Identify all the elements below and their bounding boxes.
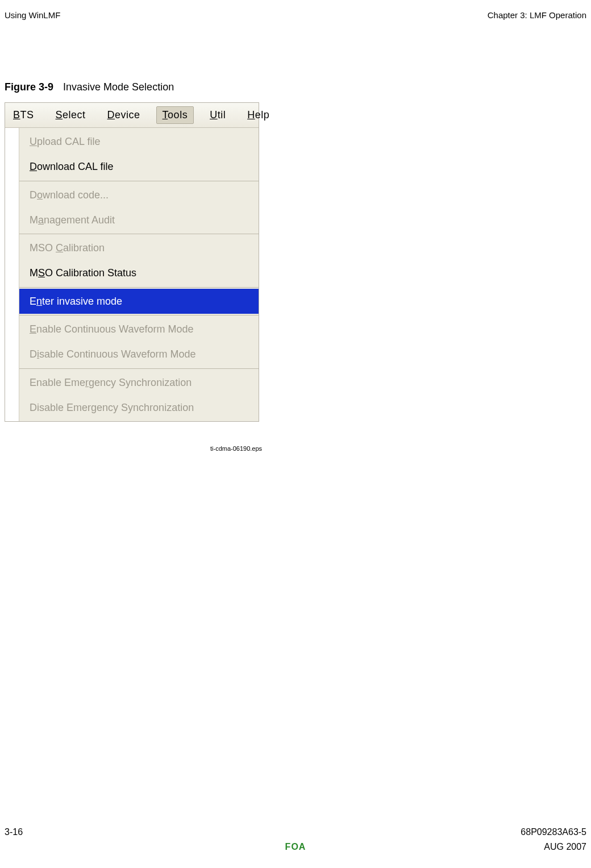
menu-group: MSO Calibration MSO Calibration Status: [19, 234, 259, 288]
footer-page-number: 3-16: [5, 827, 23, 837]
figure-caption: Figure 3-9 Invasive Mode Selection: [5, 81, 174, 93]
menu-group: Upload CAL file Download CAL file: [19, 128, 259, 181]
menu-item-mso-calibration[interactable]: MSO Calibration: [19, 235, 259, 260]
application-menu: BTS Select Device Tools Util Help Upload…: [5, 102, 259, 422]
menu-select[interactable]: Select: [50, 107, 91, 123]
figure-title: Invasive Mode Selection: [63, 81, 174, 93]
image-filename: ti-cdma-06190.eps: [210, 445, 262, 452]
figure-number: Figure 3-9: [5, 81, 53, 93]
tools-dropdown: Upload CAL file Download CAL file Downlo…: [19, 128, 259, 421]
menu-item-enter-invasive-mode[interactable]: Enter invasive mode: [19, 289, 259, 314]
footer-foa: FOA: [285, 842, 306, 852]
menu-item-download-cal[interactable]: Download CAL file: [19, 154, 259, 179]
menu-item-mso-calibration-status[interactable]: MSO Calibration Status: [19, 260, 259, 285]
menu-item-management-audit[interactable]: Management Audit: [19, 207, 259, 232]
menu-item-download-code[interactable]: Download code...: [19, 182, 259, 207]
menu-group: Download code... Management Audit: [19, 181, 259, 235]
menu-bts[interactable]: BTS: [7, 107, 40, 123]
footer-doc-id: 68P09283A63-5: [521, 827, 586, 837]
header-right: Chapter 3: LMF Operation: [488, 10, 586, 20]
menu-item-disable-emergency-sync[interactable]: Disable Emergency Synchronization: [19, 395, 259, 420]
menu-item-upload-cal[interactable]: Upload CAL file: [19, 129, 259, 154]
footer-date: AUG 2007: [544, 842, 586, 852]
menu-group: Enter invasive mode: [19, 288, 259, 315]
menu-group: Enable Emergency Synchronization Disable…: [19, 369, 259, 422]
menu-group: Enable Continuous Waveform Mode Disable …: [19, 315, 259, 369]
menu-item-enable-emergency-sync[interactable]: Enable Emergency Synchronization: [19, 370, 259, 395]
menu-util[interactable]: Util: [204, 107, 231, 123]
header-left: Using WinLMF: [5, 10, 60, 20]
menubar: BTS Select Device Tools Util Help: [5, 103, 259, 128]
menu-help[interactable]: Help: [242, 107, 275, 123]
menu-item-enable-continuous-waveform[interactable]: Enable Continuous Waveform Mode: [19, 317, 259, 342]
menu-item-disable-continuous-waveform[interactable]: Disable Continuous Waveform Mode: [19, 342, 259, 367]
menu-tools[interactable]: Tools: [156, 106, 194, 124]
menu-device[interactable]: Device: [102, 107, 146, 123]
